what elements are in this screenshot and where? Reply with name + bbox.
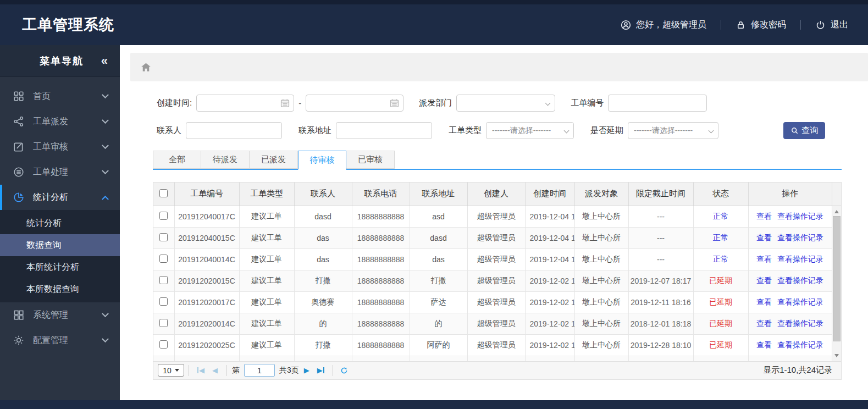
column-header: 创建时间 [525,183,574,206]
row-checkbox[interactable] [159,255,168,263]
view-link[interactable]: 查看 [756,340,772,349]
dispatch-dept-select[interactable] [456,95,555,112]
view-log-link[interactable]: 查看操作记录 [777,276,823,285]
order-no-cell: 201912020017C [174,292,239,313]
view-log-link[interactable]: 查看操作记录 [777,233,823,242]
change-password-link[interactable]: 修改密码 [736,19,786,31]
deadline-cell: 2019-12-07 18:17 [628,270,693,292]
first-page-button[interactable]: ◀ [197,367,204,374]
sidebar-item-home[interactable]: 首页 [0,84,120,109]
table-row: 201912040015C建议工单das18888888888dasd超级管理员… [153,228,832,249]
view-log-link[interactable]: 查看操作记录 [777,340,823,349]
contact-input[interactable] [186,122,282,139]
row-checkbox[interactable] [159,276,168,284]
view-link[interactable]: 查看 [756,297,772,306]
calendar-icon [389,98,400,108]
row-checkbox[interactable] [159,319,168,327]
view-link[interactable]: 查看 [756,255,772,263]
row-checkbox[interactable] [159,297,168,306]
tab-all[interactable]: 全部 [153,151,201,169]
row-checkbox-cell [153,249,174,270]
view-link[interactable]: 查看 [756,233,772,242]
order-type-cell: 建议工单 [239,292,294,313]
order-no-input[interactable] [608,95,707,112]
order-type-label: 工单类型 [449,125,482,136]
tab-dispatched[interactable]: 已派发 [250,151,298,169]
sidebar-item-label: 工单审核 [33,141,68,153]
deadline-cell: --- [628,249,693,270]
sidebar-item-config[interactable]: 配置管理 [0,328,120,353]
logout-link[interactable]: 退出 [815,19,848,31]
header-actions: 您好，超级管理员 修改密码 退出 [621,19,848,31]
cell [748,356,832,361]
address-cell: 打撒 [410,270,467,292]
select-all-checkbox[interactable] [159,189,168,197]
pie-icon [13,192,24,203]
tab-to-dispatch[interactable]: 待派发 [201,151,250,169]
sidebar-item-label: 工单处理 [33,167,68,178]
scroll-down-icon[interactable] [832,351,841,360]
create-time-to-input[interactable] [306,95,403,112]
order-type-select[interactable]: -------请选择------- [486,122,574,139]
home-icon[interactable] [140,62,152,73]
status-badge: 正常 [693,206,748,228]
address-cell: 的 [410,313,467,335]
view-log-link[interactable]: 查看操作记录 [777,212,823,220]
column-header: 联系电话 [352,183,410,206]
table-row: 201912020025C建议工单打撒18888888888阿萨的超级管理员20… [153,335,832,356]
prev-page-button[interactable]: ◀ [212,367,218,374]
delay-select[interactable]: -------请选择------- [628,122,718,139]
view-link[interactable]: 查看 [756,276,772,285]
refresh-icon[interactable] [340,366,349,375]
window-top-strip [0,0,868,4]
sidebar-subitem-branch-stats[interactable]: 本所统计分析 [0,256,120,278]
view-log-link[interactable]: 查看操作记录 [777,255,823,263]
sidebar-item-stats[interactable]: 统计分析 [0,185,120,210]
scrollbar-thumb[interactable] [833,216,841,341]
contact-cell: das [294,228,352,249]
last-page-button[interactable]: ▶ [317,367,324,374]
phone-cell: 18888888888 [352,206,410,228]
created-cell: 2019-12-04 15 [525,206,574,228]
sidebar-subitem-data-query[interactable]: 数据查询 [0,234,120,256]
header-divider [800,20,801,30]
next-page-button[interactable]: ▶ [304,367,309,374]
sidebar-collapse-icon[interactable]: « [101,55,108,67]
table-scrollbar[interactable] [832,206,841,361]
page-size-select[interactable]: 10 [158,364,184,377]
sidebar-item-system[interactable]: 系统管理 [0,302,120,328]
row-checkbox[interactable] [159,212,168,220]
create-time-from-input[interactable] [196,95,294,112]
sidebar-item-dispatch[interactable]: 工单派发 [0,109,120,134]
phone-cell: 18888888888 [352,270,410,292]
view-link[interactable]: 查看 [756,319,772,328]
sidebar-item-review[interactable]: 工单审核 [0,134,120,159]
order-type-cell: 建议工单 [239,228,294,249]
scroll-up-icon[interactable] [832,207,841,216]
view-log-link[interactable]: 查看操作记录 [777,319,823,328]
search-button[interactable]: 查询 [783,122,825,139]
target-cell: 墩上中心所 [574,313,628,335]
status-badge: 正常 [693,228,748,249]
chevron-down-icon [102,335,109,342]
phone-cell: 18888888888 [352,249,410,270]
row-checkbox[interactable] [159,233,168,241]
order-no-cell: 201912020015C [174,270,239,292]
tab-to-review[interactable]: 待审核 [298,151,346,170]
order-type-cell: 建议工单 [239,313,294,335]
sidebar-subitem-branch-data-query[interactable]: 本所数据查询 [0,278,120,300]
view-link[interactable]: 查看 [756,212,772,220]
tab-reviewed[interactable]: 已审核 [346,151,395,169]
status-tabs: 全部待派发已派发待审核已审核 [153,151,842,170]
phone-cell: 18888888888 [352,228,410,249]
page-number-input[interactable] [244,364,275,377]
sidebar-subitem-stats-analysis[interactable]: 统计分析 [0,212,120,234]
total-pages-label: 共3页 [279,366,299,375]
grid-icon [13,91,24,102]
cell [239,356,294,361]
date-range-separator: - [298,98,301,108]
address-input[interactable] [336,122,432,139]
sidebar-item-process[interactable]: 工单处理 [0,159,120,185]
view-log-link[interactable]: 查看操作记录 [777,297,823,306]
row-checkbox[interactable] [159,340,168,349]
